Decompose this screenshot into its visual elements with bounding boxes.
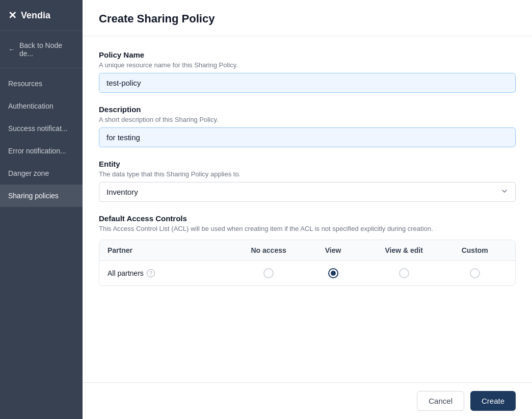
acl-table: Partner No access View View & edit Custo… <box>99 240 516 286</box>
radio-custom[interactable] <box>470 268 480 278</box>
table-row: All partners ? <box>99 261 515 285</box>
acl-col-view-edit: View & edit <box>365 246 443 254</box>
policy-name-input[interactable] <box>99 73 516 93</box>
sidebar-item-authentication-label: Authentication <box>8 102 54 110</box>
acl-view-edit-cell <box>365 268 443 278</box>
back-to-node-label: Back to Node de... <box>19 41 74 58</box>
acl-col-custom: Custom <box>443 246 507 254</box>
entity-hint: The data type that this Sharing Policy a… <box>99 170 516 178</box>
radio-view[interactable] <box>328 268 338 278</box>
sidebar-item-sharing-policies[interactable]: Sharing policies <box>0 185 83 207</box>
acl-custom-cell <box>443 268 507 278</box>
back-to-node-button[interactable]: ← Back to Node de... <box>0 31 83 68</box>
sidebar-item-authentication[interactable]: Authentication <box>0 95 83 117</box>
sidebar-item-danger-zone[interactable]: Danger zone <box>0 162 83 185</box>
acl-group: Default Access Controls This Access Cont… <box>99 214 516 286</box>
entity-group: Entity The data type that this Sharing P… <box>99 160 516 202</box>
main-content: Create Sharing Policy Policy Name A uniq… <box>83 0 532 419</box>
radio-view-edit[interactable] <box>399 268 409 278</box>
sidebar: ✕ Vendia ← Back to Node de... Resources … <box>0 0 83 419</box>
policy-name-hint: A unique resource name for this Sharing … <box>99 61 516 69</box>
description-hint: A short description of this Sharing Poli… <box>99 116 516 123</box>
sidebar-item-sharing-policies-label: Sharing policies <box>8 192 59 200</box>
sidebar-item-success-notifications-label: Success notificat... <box>8 124 68 133</box>
entity-label: Entity <box>99 160 516 168</box>
sidebar-item-error-notifications-label: Error notification... <box>8 147 66 155</box>
help-icon[interactable]: ? <box>147 269 155 277</box>
description-group: Description A short description of this … <box>99 105 516 147</box>
radio-view-dot <box>331 271 336 276</box>
acl-hint: This Access Control List (ACL) will be u… <box>99 225 516 232</box>
modal-footer: Cancel Create <box>83 382 532 419</box>
acl-col-no-access: No access <box>236 246 301 254</box>
sidebar-nav: Resources Authentication Success notific… <box>0 68 83 419</box>
acl-table-header: Partner No access View View & edit Custo… <box>99 240 515 261</box>
acl-partner-cell: All partners ? <box>108 269 236 277</box>
create-button[interactable]: Create <box>470 391 516 411</box>
policy-name-label: Policy Name <box>99 50 516 59</box>
acl-no-access-cell <box>236 268 301 278</box>
create-sharing-policy-modal: Create Sharing Policy Policy Name A uniq… <box>83 0 532 419</box>
sidebar-item-danger-zone-label: Danger zone <box>8 169 49 177</box>
modal-header: Create Sharing Policy <box>83 0 532 36</box>
entity-select[interactable]: Inventory <box>99 182 516 202</box>
description-label: Description <box>99 105 516 114</box>
cancel-button[interactable]: Cancel <box>417 391 464 411</box>
acl-col-view: View <box>301 246 365 254</box>
vendia-logo-icon: ✕ <box>8 9 17 21</box>
acl-col-partner: Partner <box>108 246 236 254</box>
sidebar-item-error-notifications[interactable]: Error notification... <box>0 140 83 162</box>
back-arrow-icon: ← <box>8 45 15 54</box>
policy-name-group: Policy Name A unique resource name for t… <box>99 50 516 93</box>
entity-select-wrapper: Inventory <box>99 182 516 202</box>
acl-view-cell <box>301 268 365 278</box>
sidebar-item-resources[interactable]: Resources <box>0 72 83 95</box>
sidebar-brand-name: Vendia <box>21 10 50 21</box>
modal-title: Create Sharing Policy <box>99 12 516 25</box>
radio-no-access[interactable] <box>263 268 274 278</box>
sidebar-item-success-notifications[interactable]: Success notificat... <box>0 117 83 140</box>
sidebar-logo: ✕ Vendia <box>0 0 83 31</box>
acl-partner-name: All partners <box>108 269 144 277</box>
sidebar-item-resources-label: Resources <box>8 80 42 88</box>
modal-body: Policy Name A unique resource name for t… <box>83 36 532 382</box>
acl-label: Default Access Controls <box>99 214 516 223</box>
description-input[interactable] <box>99 127 516 147</box>
